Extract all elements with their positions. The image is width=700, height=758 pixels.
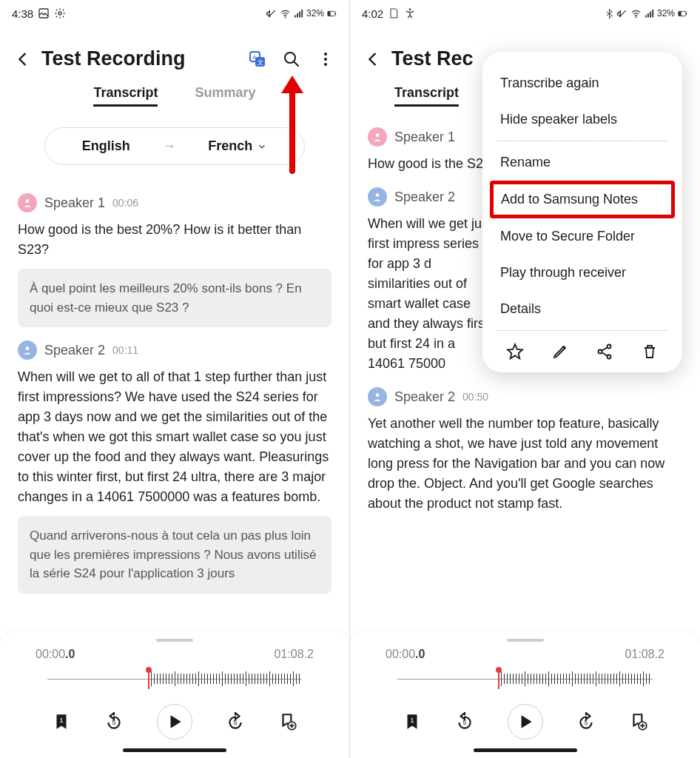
search-icon[interactable] (283, 50, 300, 68)
vibrate-mute-icon (617, 8, 628, 19)
svg-point-11 (324, 53, 327, 56)
svg-text:5: 5 (112, 719, 116, 726)
sdcard-icon (388, 7, 400, 19)
home-indicator[interactable] (123, 748, 226, 752)
status-time: 4:38 (12, 7, 33, 20)
transcript-text[interactable]: When will we get to all of that 1 step f… (18, 367, 332, 507)
avatar (368, 387, 387, 406)
trash-icon[interactable] (641, 343, 659, 360)
status-time: 4:02 (362, 7, 383, 20)
avatar (18, 193, 37, 212)
wifi-icon (280, 8, 291, 19)
speaker-label: Speaker 2 (394, 389, 455, 405)
svg-point-15 (26, 346, 30, 350)
timestamp: 00:11 (112, 344, 138, 356)
speaker-label: Speaker 2 (44, 343, 105, 358)
player-bar: 00:00.0 01:08.2 1 5 5 (0, 631, 349, 758)
battery-pct: 32% (657, 8, 675, 19)
svg-point-2 (285, 16, 286, 18)
svg-rect-24 (686, 13, 687, 15)
svg-text:1: 1 (410, 716, 414, 724)
rewind-5-icon[interactable]: 5 (455, 712, 474, 731)
transcript-text[interactable]: How good is the best 20%? How is it bett… (18, 220, 332, 260)
svg-text:5: 5 (462, 719, 466, 726)
back-icon[interactable] (365, 51, 381, 67)
bookmark-icon[interactable]: 1 (403, 712, 422, 731)
tab-transcript[interactable]: Transcript (93, 85, 158, 107)
star-icon[interactable] (506, 343, 524, 360)
overflow-menu: Transcribe again Hide speaker labels Ren… (482, 52, 682, 372)
waveform[interactable] (18, 668, 332, 689)
speaker-label: Speaker 2 (394, 190, 455, 205)
svg-rect-4 (328, 11, 331, 16)
transcript-text[interactable]: Yet another well the number top feature,… (368, 414, 682, 514)
menu-rename[interactable]: Rename (493, 144, 672, 181)
svg-rect-5 (335, 13, 336, 15)
menu-move-secure-folder[interactable]: Move to Secure Folder (493, 218, 672, 255)
arrow-right-icon: → (163, 138, 176, 154)
transcript-text[interactable]: How good is the S23? (368, 154, 501, 174)
translation-text: Quand arriverons-nous à tout cela un pas… (18, 516, 332, 594)
play-button[interactable] (508, 704, 543, 739)
more-icon[interactable] (317, 50, 334, 68)
status-bar: 4:02 32% (350, 0, 700, 27)
menu-details[interactable]: Details (493, 291, 672, 327)
menu-transcribe-again[interactable]: Transcribe again (493, 65, 672, 101)
bluetooth-icon (604, 8, 615, 19)
tab-transcript[interactable]: Transcript (394, 85, 459, 107)
rewind-5-icon[interactable]: 5 (104, 712, 124, 731)
menu-hide-speaker-labels[interactable]: Hide speaker labels (493, 101, 672, 138)
svg-point-1 (58, 12, 61, 15)
menu-play-receiver[interactable]: Play through receiver (493, 255, 672, 291)
lang-from: English (82, 138, 130, 154)
lang-to: French (208, 138, 252, 154)
avatar (368, 187, 387, 207)
svg-point-21 (636, 16, 637, 18)
language-selector[interactable]: English → French (44, 127, 305, 165)
add-bookmark-icon[interactable] (278, 712, 297, 731)
waveform[interactable] (368, 668, 682, 689)
time-total: 01:08.2 (275, 648, 314, 661)
svg-point-13 (324, 63, 327, 66)
bookmark-icon[interactable]: 1 (52, 712, 71, 731)
back-icon[interactable] (15, 51, 31, 67)
time-current: 00:00.0 (386, 648, 425, 661)
speaker-label: Speaker 1 (44, 195, 105, 211)
image-icon (38, 7, 50, 19)
edit-icon[interactable] (551, 343, 569, 360)
signal-icon (293, 8, 304, 19)
player-bar: 00:00.0 01:08.2 1 5 5 (350, 631, 700, 758)
time-total: 01:08.2 (625, 648, 664, 661)
translate-icon[interactable]: A文 (249, 50, 266, 68)
svg-text:5: 5 (233, 719, 237, 726)
forward-5-icon[interactable]: 5 (226, 712, 245, 731)
wifi-icon (630, 8, 642, 19)
vibrate-mute-icon (266, 8, 277, 19)
forward-5-icon[interactable]: 5 (576, 712, 596, 731)
svg-text:A: A (252, 54, 257, 61)
battery-icon (326, 8, 337, 19)
battery-pct: 32% (306, 8, 324, 19)
translation-text: À quel point les meilleurs 20% sont-ils … (18, 269, 332, 327)
tab-summary[interactable]: Summary (195, 85, 255, 107)
play-button[interactable] (157, 704, 192, 739)
svg-text:1: 1 (60, 716, 64, 724)
chevron-down-icon (257, 141, 267, 152)
page-title: Test Recording (41, 47, 238, 70)
svg-point-26 (376, 193, 380, 197)
add-bookmark-icon[interactable] (629, 712, 648, 731)
svg-point-25 (376, 133, 380, 137)
drag-handle[interactable] (507, 639, 544, 642)
transcript-text[interactable]: When will we get just first impress seri… (368, 214, 494, 374)
home-indicator[interactable] (474, 748, 577, 752)
speaker-label: Speaker 1 (394, 130, 455, 145)
menu-add-to-samsung-notes[interactable]: Add to Samsung Notes (494, 184, 671, 215)
signal-icon (644, 8, 655, 19)
svg-point-12 (324, 58, 327, 61)
share-icon[interactable] (596, 343, 613, 360)
time-current: 00:00.0 (36, 648, 75, 661)
accessibility-icon (404, 7, 416, 19)
timestamp: 00:06 (112, 197, 138, 209)
drag-handle[interactable] (156, 639, 193, 642)
status-bar: 4:38 32% (0, 0, 349, 27)
